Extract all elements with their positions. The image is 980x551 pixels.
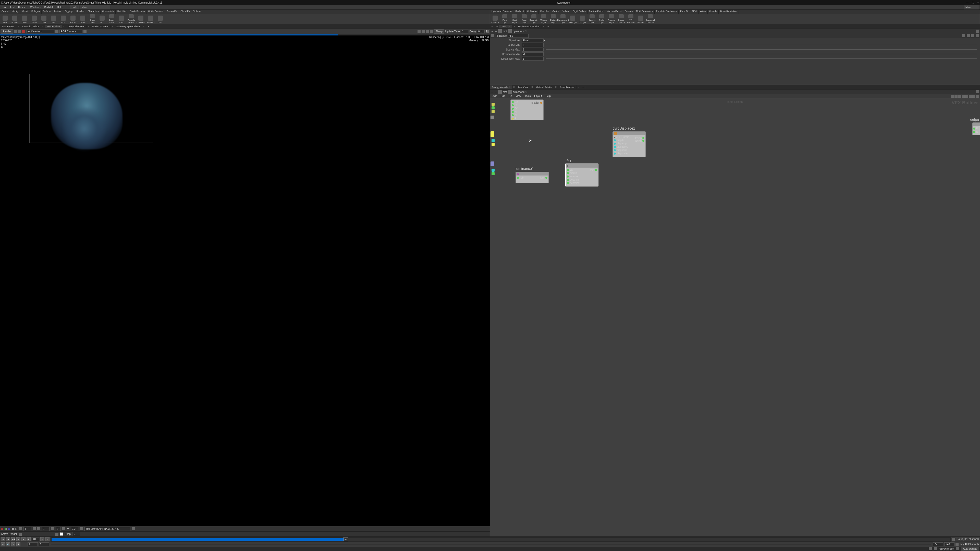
gamma-field[interactable] xyxy=(71,527,78,531)
zoom-icon[interactable] xyxy=(426,30,429,33)
shelf-tool-metaball[interactable]: Metaball xyxy=(146,14,155,24)
tab-render-view[interactable]: Render View xyxy=(45,25,62,28)
prev-frame-button[interactable]: ◀ xyxy=(6,537,10,541)
minimize-icon[interactable]: — xyxy=(966,1,969,4)
tab-take-list[interactable]: Take List xyxy=(499,25,513,28)
shelf-tab[interactable]: Guide Process xyxy=(128,10,146,14)
shader-node[interactable]: Ce Cf Of Af N F shader xyxy=(511,100,544,120)
shelf-tool-distant-light[interactable]: Distant Light xyxy=(549,14,558,24)
shelf-tab[interactable]: Oceans xyxy=(623,10,635,14)
play-button[interactable]: ▶ xyxy=(16,537,21,541)
edge-node[interactable] xyxy=(492,103,495,106)
tab-add[interactable]: + xyxy=(146,25,151,28)
net-add[interactable]: Add xyxy=(491,94,499,98)
last-frame-button[interactable]: ⏭ xyxy=(27,537,30,541)
shelf-tool-point-light[interactable]: Point Light xyxy=(500,14,509,24)
disk-icon[interactable] xyxy=(132,527,135,530)
shelf-tab[interactable]: Characters xyxy=(86,10,100,14)
shelf-tool-line[interactable]: Line xyxy=(59,14,68,24)
shelf-tab[interactable]: FEM xyxy=(690,10,698,14)
shelf-tab[interactable]: Redshift xyxy=(514,10,526,14)
info-icon[interactable] xyxy=(976,34,979,37)
luminance-node[interactable]: ⅓ rgblum xyxy=(515,171,549,183)
close-icon[interactable]: ✕ xyxy=(977,1,979,4)
shelf-tab[interactable]: Particles xyxy=(539,10,551,14)
shelf-tool-stereo-camera[interactable]: Stereo Camera xyxy=(617,14,626,24)
net-bread-node[interactable]: pyroshader1 xyxy=(513,91,527,94)
shelf-tab[interactable]: Viscous Fluids xyxy=(605,10,623,14)
net-ic6[interactable] xyxy=(969,95,972,98)
snapshot-icon[interactable] xyxy=(14,30,17,33)
help-icon[interactable]: ? xyxy=(486,30,489,33)
shelf-tool-circle[interactable]: Circle xyxy=(68,14,78,24)
status-icon3[interactable] xyxy=(956,547,959,550)
shelf-tab[interactable]: Modify xyxy=(10,10,21,14)
snap-checkbox[interactable] xyxy=(60,532,63,536)
auto-update-button[interactable]: Auto Update xyxy=(961,547,979,551)
tab-anim-editor[interactable]: Animation Editor xyxy=(20,25,41,28)
sharp-select[interactable]: Sharp xyxy=(434,29,444,34)
shelf-tab[interactable]: Model xyxy=(21,10,30,14)
vb-icon1[interactable] xyxy=(19,527,22,530)
vb-icon4[interactable] xyxy=(51,527,54,530)
back-icon[interactable]: ← xyxy=(491,30,493,33)
net-fwd-icon[interactable]: → xyxy=(495,91,497,94)
shelf-tool-platonic-solids[interactable]: Platonic Solids xyxy=(127,14,136,24)
param-slider[interactable] xyxy=(546,49,977,50)
shelf-tab[interactable]: Volume xyxy=(192,10,203,14)
render-path-field[interactable] xyxy=(26,30,54,33)
shelf-tab[interactable]: Rigging xyxy=(63,10,75,14)
edge-node[interactable] xyxy=(492,168,495,171)
edge-node[interactable] xyxy=(492,143,495,146)
tab-perf-mon[interactable]: Performance Monitor xyxy=(516,25,542,28)
status-icon2[interactable] xyxy=(934,547,937,550)
net-view[interactable]: View xyxy=(514,94,523,98)
shelf-tool-vr-camera[interactable]: VR Camera xyxy=(626,14,635,24)
status-icon1[interactable] xyxy=(929,547,932,550)
mat-icon[interactable] xyxy=(498,29,502,33)
range-end-field[interactable] xyxy=(933,542,943,546)
key-icon[interactable] xyxy=(952,538,955,541)
range-total-field[interactable] xyxy=(944,542,955,546)
net-tab-add[interactable]: + xyxy=(580,86,586,89)
timeline-track[interactable]: 40 xyxy=(52,538,950,541)
shelf-tab[interactable]: Fluid Containers xyxy=(635,10,655,14)
next-frame-button[interactable]: ▶ xyxy=(21,537,25,541)
range-start-field[interactable] xyxy=(27,542,38,546)
pin-icon[interactable] xyxy=(976,30,979,33)
net-tab-asset[interactable]: Asset Browser xyxy=(558,86,577,89)
menu-help[interactable]: Help xyxy=(56,5,64,9)
shelf-tool-portal-light[interactable]: Portal Light xyxy=(597,14,606,24)
zoom2-icon[interactable] xyxy=(430,30,433,33)
delay-field[interactable] xyxy=(477,30,485,33)
ch-l-icon[interactable] xyxy=(15,528,18,530)
shelf-tool-gamepad-camera[interactable]: Gamepad Camera xyxy=(646,14,655,24)
net-search-icon[interactable] xyxy=(976,95,979,98)
shelf-tab[interactable]: Constraints xyxy=(100,10,116,14)
node-icon2[interactable] xyxy=(508,90,512,94)
cam-icon[interactable] xyxy=(83,30,86,33)
edge-node[interactable] xyxy=(492,139,495,142)
key-next-button[interactable]: ▷ xyxy=(45,537,49,541)
shelf-tool-file[interactable]: File xyxy=(156,14,165,24)
main-selector-right[interactable]: Main xyxy=(964,5,979,10)
net-edit[interactable]: Edit xyxy=(499,94,507,98)
stop-icon[interactable] xyxy=(22,30,25,33)
find-icon[interactable] xyxy=(971,34,974,37)
node-icon[interactable] xyxy=(508,29,512,33)
param-field-destination-max[interactable] xyxy=(522,57,544,61)
shelf-tab[interactable]: Texture xyxy=(52,10,63,14)
timeline-playhead[interactable]: 40 xyxy=(344,537,348,541)
shelf-tab[interactable]: Lights and Cameras xyxy=(490,10,514,14)
shelf-tool-spot-light[interactable]: Spot Light xyxy=(510,14,519,24)
net-layout[interactable]: Layout xyxy=(533,94,543,98)
menu-file[interactable]: File xyxy=(1,5,8,9)
net-help[interactable]: Help xyxy=(544,94,552,98)
first-frame-button[interactable]: ⏮ xyxy=(1,537,5,541)
build-desktop-button[interactable]: Build xyxy=(70,5,79,10)
net-tools[interactable]: Tools xyxy=(523,94,532,98)
param-field-source-min[interactable] xyxy=(522,43,544,47)
vb-frame2[interactable] xyxy=(42,527,49,531)
fwd-icon[interactable]: → xyxy=(495,25,499,28)
play-back-button[interactable]: ▶◀ xyxy=(11,537,15,541)
